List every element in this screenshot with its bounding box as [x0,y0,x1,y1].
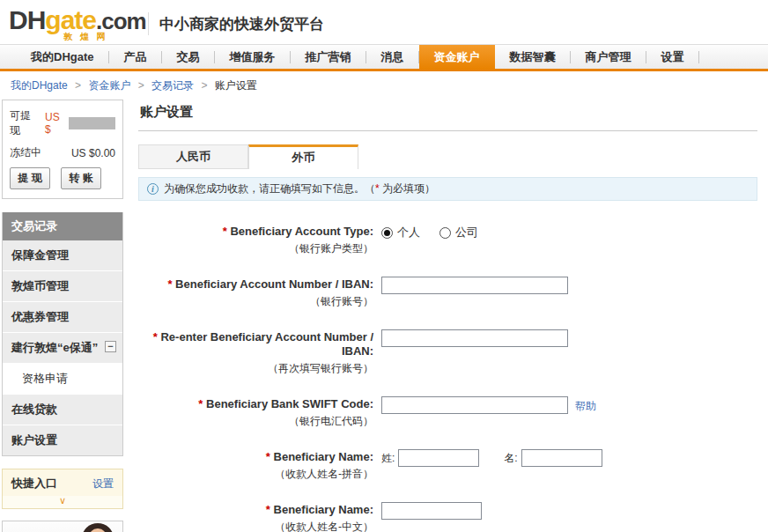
account-number-input[interactable] [381,277,568,294]
contact-support-banner[interactable]: 联系客服 [2,521,123,532]
page-title: 账户设置 [138,100,757,131]
swift-code-input[interactable] [381,396,568,414]
header-divider [148,12,149,35]
quick-entry-title: 快捷入口 [11,476,57,491]
withdraw-button[interactable]: 提 现 [10,167,50,189]
form-row-reenter-account-number: * Re-enter Beneficiary Account Number / … [138,329,757,376]
nav-item-merchant-management[interactable]: 商户管理 [571,45,646,70]
account-number-label: * Beneficiary Account Number / IBAN: [138,277,373,292]
sidebar: 可提现 US $ 冻结中 US $0.00 提 现 转 账 交易记录 保障金管理… [2,100,123,532]
sidebar-item-label: 建行敦煌“e保通” [11,341,98,354]
nav-item-transactions[interactable]: 交易 [162,45,215,70]
radio-company[interactable]: 公司 [439,225,478,240]
first-name-input[interactable] [521,449,602,467]
last-name-label: 姓: [381,451,395,466]
sidebar-item-deposit-management[interactable]: 保障金管理 [3,240,122,270]
nav-item-value-added[interactable]: 增值服务 [215,45,291,70]
sidebar-item-dh-coin-management[interactable]: 敦煌币管理 [3,270,122,301]
account-type-label: * Beneficiary Account Type: [138,225,373,239]
name-chinese-label-cn: （收款人姓名-中文） [138,520,373,532]
tab-rmb[interactable]: 人民币 [138,144,248,169]
nav-item-settings[interactable]: 设置 [646,45,699,70]
page-header: DHgate.com 敦 煌 网 中小商家的快速外贸平台 [0,0,768,44]
beneficiary-form: * Beneficiary Account Type: （银行账户类型） 个人 … [138,224,757,532]
last-name-input[interactable] [398,449,479,467]
available-label: 可提现 [10,108,40,138]
account-type-label-cn: （银行账户类型） [138,241,373,256]
sidebar-menu-header: 交易记录 [3,212,122,240]
nav-item-messages[interactable]: 消息 [366,45,419,70]
balance-box: 可提现 US $ 冻结中 US $0.00 提 现 转 账 [2,100,123,199]
transfer-button[interactable]: 转 账 [61,167,101,189]
swift-help-link[interactable]: 帮助 [575,399,596,414]
account-number-label-cn: （银行账号） [138,294,373,309]
swift-code-label: * Beneficiary Bank SWIFT Code: [138,397,373,411]
breadcrumb-current-account-settings: 账户设置 [215,79,257,92]
main-nav: 我的DHgate 产品 交易 增值服务 推广营销 消息 资金账户 数据智囊 商户… [0,44,768,71]
available-currency: US $ [45,111,67,136]
frozen-value: US $0.00 [71,147,115,159]
nav-item-funds-account[interactable]: 资金账户 [419,45,495,70]
logo-cn-name: 敦 煌 网 [63,31,108,43]
breadcrumb-transaction-records[interactable]: 交易记录 [151,79,194,92]
nav-item-my-dhgate[interactable]: 我的DHgate [16,45,109,70]
chevron-down-icon[interactable]: ∨ [3,496,122,508]
sidebar-menu: 交易记录 保障金管理 敦煌币管理 优惠券管理 建行敦煌“e保通” − 资格申请 … [2,212,123,456]
collapse-minus-icon[interactable]: − [105,341,116,352]
radio-personal[interactable]: 个人 [381,225,420,240]
breadcrumb-separator: > [201,79,207,92]
tab-foreign-currency[interactable]: 外币 [248,144,358,169]
first-name-label: 名: [504,451,517,466]
logo-dh: DH [9,5,45,34]
name-chinese-input[interactable] [381,502,482,520]
name-pinyin-label-cn: （收款人姓名-拼音） [138,467,373,482]
quick-entry-box: 快捷入口 设置 ∨ [2,469,123,509]
info-notice-bar: i 为确保您成功收款，请正确填写如下信息。（* 为必填项） [138,177,757,201]
nav-item-products[interactable]: 产品 [109,45,162,70]
sidebar-item-coupon-management[interactable]: 优惠券管理 [3,301,122,332]
radio-unselected-icon [439,227,451,239]
form-row-swift-code: * Beneficiary Bank SWIFT Code: （银行电汇代码） … [138,396,757,429]
swift-code-label-cn: （银行电汇代码） [138,414,373,429]
reenter-account-number-label-cn: （再次填写银行账号） [138,361,373,376]
info-icon: i [147,183,159,195]
form-row-account-type: * Beneficiary Account Type: （银行账户类型） 个人 … [138,224,757,256]
currency-tabs: 人民币 外币 [138,144,757,169]
main-content: 账户设置 人民币 外币 i 为确保您成功收款，请正确填写如下信息。（* 为必填项… [138,100,757,532]
redacted-amount [69,117,115,129]
nav-item-marketing[interactable]: 推广营销 [291,45,366,70]
quick-entry-settings-link[interactable]: 设置 [92,477,114,491]
sidebar-item-ccb-ebaotong[interactable]: 建行敦煌“e保通” − [3,332,122,363]
frozen-label: 冻结中 [10,145,41,160]
support-agent-image [68,521,122,532]
reenter-account-number-label: * Re-enter Beneficiary Account Number / … [138,330,373,358]
breadcrumb: 我的DHgate > 资金账户 > 交易记录 > 账户设置 [0,71,768,100]
name-pinyin-label: * Beneficiary Name: [138,450,373,464]
breadcrumb-my-dhgate[interactable]: 我的DHgate [11,79,68,92]
available-balance-row: 可提现 US $ [10,108,115,138]
breadcrumb-funds-account[interactable]: 资金账户 [88,79,130,92]
dhgate-logo[interactable]: DHgate.com 敦 煌 网 [9,5,141,42]
form-row-name-pinyin: * Beneficiary Name: （收款人姓名-拼音） 姓: 名: [138,449,757,482]
form-row-name-chinese: * Beneficiary Name: （收款人姓名-中文） [138,502,757,532]
notice-text: 为确保您成功收款，请正确填写如下信息。（* 为必填项） [164,181,435,196]
breadcrumb-separator: > [75,79,81,92]
form-row-account-number: * Beneficiary Account Number / IBAN: （银行… [138,277,757,309]
sidebar-item-qualification-application[interactable]: 资格申请 [3,363,122,394]
name-chinese-label: * Beneficiary Name: [138,503,373,517]
sidebar-item-online-loan[interactable]: 在线贷款 [3,394,122,425]
frozen-balance-row: 冻结中 US $0.00 [10,145,115,160]
sidebar-item-account-settings[interactable]: 账户设置 [3,425,122,455]
site-tagline: 中小商家的快速外贸平台 [159,14,324,34]
nav-item-data-intelligence[interactable]: 数据智囊 [495,45,571,70]
breadcrumb-separator: > [138,79,144,92]
reenter-account-number-input[interactable] [381,329,568,347]
radio-selected-icon [381,227,393,239]
